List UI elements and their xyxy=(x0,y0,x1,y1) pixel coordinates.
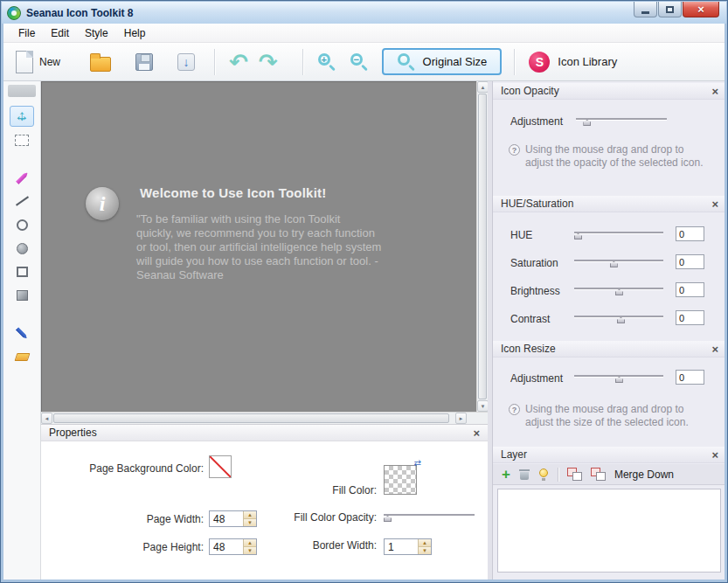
slider-thumb[interactable] xyxy=(615,377,623,383)
canvas[interactable]: i Welcome to Use Icon Toolkit! "To be fa… xyxy=(41,81,476,412)
contrast-value-input[interactable] xyxy=(676,310,704,325)
rectangle-filled-tool-button[interactable] xyxy=(10,285,34,306)
saturation-label: Saturation xyxy=(510,257,558,269)
zoom-in-button[interactable]: + xyxy=(312,50,341,73)
resize-adjustment-slider[interactable] xyxy=(574,371,663,383)
help-icon: ? xyxy=(509,404,520,415)
merge-down-button[interactable] xyxy=(591,468,606,481)
slider-thumb[interactable] xyxy=(610,261,618,267)
palette-gap xyxy=(3,309,40,320)
opacity-adjustment-slider[interactable] xyxy=(576,114,667,126)
saturation-slider[interactable] xyxy=(574,255,663,267)
hue-value-input[interactable] xyxy=(676,226,704,241)
slider-track[interactable] xyxy=(576,118,667,120)
welcome-title: Welcome to Use Icon Toolkit! xyxy=(140,185,326,200)
add-layer-button[interactable]: + xyxy=(502,467,510,482)
icon-resize-header: Icon Resize × xyxy=(493,341,725,357)
scroll-left-icon: ◄ xyxy=(45,416,50,421)
slider-track[interactable] xyxy=(574,232,663,233)
slider-track[interactable] xyxy=(574,260,663,261)
menu-style[interactable]: Style xyxy=(77,24,116,43)
slider-thumb[interactable] xyxy=(384,516,392,522)
page-background-color-swatch[interactable] xyxy=(209,455,232,478)
slider-thumb[interactable] xyxy=(617,317,625,323)
square-filled-icon xyxy=(17,290,28,301)
slider-thumb[interactable] xyxy=(574,233,582,239)
page-height-up-button[interactable]: ▲ xyxy=(244,539,256,547)
open-button[interactable] xyxy=(85,50,116,74)
icon-library-button[interactable]: S Icon Library xyxy=(523,49,622,75)
rectangle-outline-tool-button[interactable] xyxy=(10,261,34,282)
slider-track[interactable] xyxy=(384,514,475,516)
canvas-vertical-scrollbar[interactable]: ▲ ▼ xyxy=(476,81,488,412)
fill-color-opacity-slider[interactable] xyxy=(384,510,475,522)
saturation-value-input[interactable] xyxy=(676,254,704,269)
close-button[interactable]: × xyxy=(683,2,719,17)
select-tool-button[interactable] xyxy=(10,129,34,150)
border-width-up-button[interactable]: ▲ xyxy=(419,539,431,547)
line-tool-button[interactable] xyxy=(10,191,34,212)
merge-layers-button[interactable] xyxy=(567,468,582,481)
slider-track[interactable] xyxy=(574,288,663,289)
slider-track[interactable] xyxy=(574,316,663,317)
menu-help[interactable]: Help xyxy=(116,24,154,43)
brightness-slider[interactable] xyxy=(574,283,663,295)
maximize-button[interactable] xyxy=(658,2,682,17)
layer-visibility-button[interactable] xyxy=(538,468,549,481)
move-tool-button[interactable]: ↔ ↕ xyxy=(10,106,34,127)
page-width-down-button[interactable]: ▼ xyxy=(244,519,256,526)
toolbar-separator xyxy=(214,49,215,75)
close-icon[interactable]: × xyxy=(711,198,718,210)
brightness-value-input[interactable] xyxy=(676,282,704,297)
minimize-button[interactable] xyxy=(634,2,657,17)
border-width-down-button[interactable]: ▼ xyxy=(419,547,431,554)
page-width-up-button[interactable]: ▲ xyxy=(244,511,256,519)
vertical-scroll-thumb[interactable] xyxy=(478,94,487,399)
eyedropper-tool-button[interactable] xyxy=(10,323,34,344)
zoom-in-icon: + xyxy=(317,52,336,71)
page-height-input[interactable] xyxy=(210,539,243,554)
canvas-horizontal-scrollbar[interactable]: ◄ ► xyxy=(41,412,488,424)
pencil-tool-button[interactable] xyxy=(10,167,34,188)
redo-button[interactable]: ↷ xyxy=(253,48,283,76)
close-icon[interactable]: × xyxy=(473,427,480,439)
layer-list[interactable] xyxy=(497,489,721,573)
scroll-left-button[interactable]: ◄ xyxy=(41,413,52,424)
undo-button[interactable]: ↶ xyxy=(224,48,253,76)
new-button[interactable]: New xyxy=(10,48,66,76)
menu-edit[interactable]: Edit xyxy=(43,24,77,43)
page-height-down-button[interactable]: ▼ xyxy=(244,547,256,554)
eyedropper-icon xyxy=(16,327,29,340)
close-icon[interactable]: × xyxy=(711,344,718,355)
zoom-out-button[interactable]: − xyxy=(344,50,373,73)
save-button[interactable] xyxy=(130,51,158,73)
slider-thumb[interactable] xyxy=(583,120,591,126)
client-area: File Edit Style Help New ↓ ↶ xyxy=(3,24,725,580)
square-outline-icon xyxy=(17,267,28,277)
import-button[interactable]: ↓ xyxy=(172,51,200,73)
border-width-input[interactable] xyxy=(385,539,418,554)
slider-thumb[interactable] xyxy=(615,289,623,295)
fill-color-swatch[interactable]: ⇄ xyxy=(384,465,417,495)
hue-slider[interactable] xyxy=(574,227,663,239)
menu-file[interactable]: File xyxy=(10,24,43,43)
page-width-input[interactable] xyxy=(210,511,243,526)
horizontal-scroll-thumb[interactable] xyxy=(53,413,449,423)
icon-opacity-header: Icon Opacity × xyxy=(493,83,725,100)
ellipse-outline-tool-button[interactable] xyxy=(10,214,34,235)
merge-down-label[interactable]: Merge Down xyxy=(614,468,674,481)
contrast-slider[interactable] xyxy=(574,311,663,323)
scroll-right-button[interactable]: ► xyxy=(455,413,467,424)
eraser-tool-button[interactable] xyxy=(10,346,34,367)
delete-layer-button[interactable] xyxy=(519,468,530,481)
close-icon[interactable]: × xyxy=(711,449,718,461)
slider-track[interactable] xyxy=(574,375,663,377)
palette-grip[interactable] xyxy=(8,85,36,97)
resize-value-input[interactable] xyxy=(676,370,704,385)
ellipse-filled-tool-button[interactable] xyxy=(10,238,34,259)
swap-colors-icon[interactable]: ⇄ xyxy=(414,458,421,468)
fill-color-label: Fill Color: xyxy=(268,484,377,496)
close-icon[interactable]: × xyxy=(711,86,718,97)
save-floppy-icon xyxy=(135,53,153,71)
original-size-button[interactable]: Original Size xyxy=(382,48,503,75)
